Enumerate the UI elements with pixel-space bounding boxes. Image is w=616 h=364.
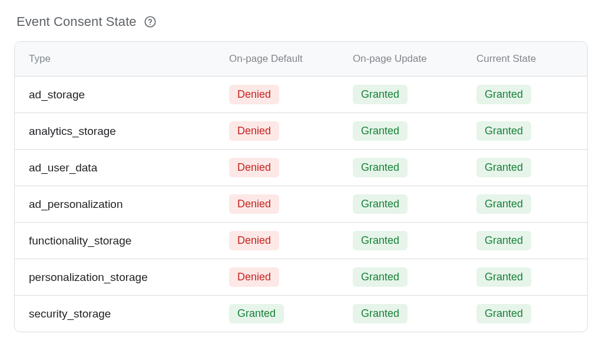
- type-cell: personalization_storage: [15, 263, 215, 292]
- consent-table: Type On-page Default On-page Update Curr…: [14, 41, 588, 332]
- current-cell: Granted: [462, 150, 586, 186]
- help-circle-icon[interactable]: [144, 15, 157, 28]
- column-header-type: Type: [15, 45, 215, 73]
- table-row: ad_user_dataDeniedGrantedGranted: [15, 149, 587, 186]
- status-badge: Denied: [229, 194, 279, 214]
- status-badge: Granted: [476, 304, 531, 323]
- type-cell: functionality_storage: [15, 226, 215, 256]
- status-badge: Denied: [229, 85, 279, 104]
- table-row: analytics_storageDeniedGrantedGranted: [15, 112, 587, 149]
- current-cell: Granted: [462, 296, 586, 332]
- default-cell: Granted: [215, 296, 339, 332]
- current-cell: Granted: [462, 186, 586, 222]
- status-badge: Granted: [476, 121, 531, 141]
- status-badge: Granted: [353, 304, 408, 323]
- table-header-row: Type On-page Default On-page Update Curr…: [15, 42, 587, 76]
- table-row: functionality_storageDeniedGrantedGrante…: [15, 222, 587, 259]
- status-badge: Denied: [229, 158, 279, 177]
- status-badge: Granted: [353, 267, 408, 287]
- section-header: Event Consent State: [16, 14, 602, 29]
- current-cell: Granted: [462, 77, 586, 112]
- section-title: Event Consent State: [16, 14, 137, 29]
- update-cell: Granted: [339, 150, 462, 186]
- status-badge: Denied: [229, 231, 279, 250]
- status-badge: Granted: [353, 231, 408, 250]
- status-badge: Granted: [476, 85, 531, 104]
- update-cell: Granted: [339, 223, 462, 259]
- status-badge: Granted: [353, 85, 408, 104]
- status-badge: Granted: [353, 194, 408, 214]
- default-cell: Denied: [215, 113, 339, 149]
- type-cell: analytics_storage: [15, 117, 215, 146]
- status-badge: Granted: [353, 158, 408, 177]
- status-badge: Granted: [353, 121, 408, 141]
- status-badge: Granted: [476, 267, 531, 287]
- status-badge: Granted: [476, 158, 531, 177]
- column-header-current: Current State: [462, 45, 586, 73]
- current-cell: Granted: [462, 259, 586, 295]
- status-badge: Denied: [229, 121, 279, 141]
- update-cell: Granted: [339, 296, 462, 332]
- type-cell: ad_personalization: [15, 190, 215, 219]
- default-cell: Denied: [215, 223, 339, 259]
- table-row: ad_personalizationDeniedGrantedGranted: [15, 186, 587, 222]
- table-row: security_storageGrantedGrantedGranted: [15, 295, 587, 332]
- default-cell: Denied: [215, 77, 339, 112]
- status-badge: Granted: [229, 304, 284, 323]
- update-cell: Granted: [339, 77, 462, 112]
- column-header-update: On-page Update: [339, 45, 462, 73]
- column-header-default: On-page Default: [215, 45, 339, 73]
- table-row: ad_storageDeniedGrantedGranted: [15, 76, 587, 112]
- type-cell: ad_user_data: [15, 153, 215, 183]
- type-cell: ad_storage: [15, 80, 215, 110]
- type-cell: security_storage: [15, 299, 215, 329]
- current-cell: Granted: [462, 223, 586, 259]
- update-cell: Granted: [339, 113, 462, 149]
- status-badge: Granted: [476, 194, 531, 214]
- default-cell: Denied: [215, 259, 339, 295]
- update-cell: Granted: [339, 186, 462, 222]
- table-row: personalization_storageDeniedGrantedGran…: [15, 259, 587, 295]
- status-badge: Granted: [476, 231, 531, 250]
- current-cell: Granted: [462, 113, 586, 149]
- default-cell: Denied: [215, 150, 339, 186]
- status-badge: Denied: [229, 267, 279, 287]
- update-cell: Granted: [339, 259, 462, 295]
- default-cell: Denied: [215, 186, 339, 222]
- svg-point-1: [150, 24, 151, 25]
